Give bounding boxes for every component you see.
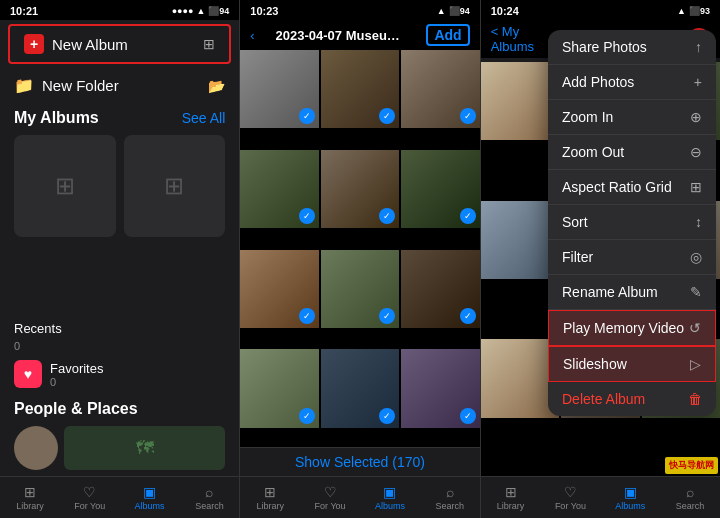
new-album-button[interactable]: + New Album ⊞ xyxy=(8,24,231,64)
albums-icon: ▣ xyxy=(143,484,156,500)
sort-icon: ↕ xyxy=(695,214,702,230)
check-icon: ✓ xyxy=(299,308,315,324)
status-icons-p1: ●●●● ▲ ⬛94 xyxy=(172,6,230,16)
map-icon: 🗺 xyxy=(136,438,154,459)
menu-item-sort[interactable]: Sort ↕ xyxy=(548,205,716,240)
person-avatar[interactable] xyxy=(14,426,58,470)
p2-nav-bar: ‹ 2023-04-07 Museum of Natural H... Add xyxy=(240,20,479,50)
tab-library[interactable]: ⊞ Library xyxy=(0,477,60,518)
tab-for-you-label: For You xyxy=(74,501,105,511)
menu-label: Slideshow xyxy=(563,356,627,372)
library-icon-p2: ⊞ xyxy=(264,484,276,500)
new-folder-label: New Folder xyxy=(42,77,119,94)
people-row: 🗺 xyxy=(0,420,239,476)
menu-label: Zoom In xyxy=(562,109,613,125)
photo-cell[interactable]: ✓ xyxy=(240,349,318,427)
menu-label: Rename Album xyxy=(562,284,658,300)
wifi-icon-p3: ▲ xyxy=(677,6,686,16)
filter-icon: ◎ xyxy=(690,249,702,265)
list-item[interactable]: ⊞ xyxy=(14,135,116,315)
photo-cell[interactable]: ✓ xyxy=(240,250,318,328)
show-selected-button[interactable]: Show Selected (170) xyxy=(295,454,425,470)
panel-photo-selection: 10:23 ▲ ⬛94 ‹ 2023-04-07 Museum of Natur… xyxy=(239,0,479,518)
wifi-icon-p2: ▲ xyxy=(437,6,446,16)
favorites-label: Favorites xyxy=(50,361,103,376)
back-button-p3[interactable]: < My Albums xyxy=(491,24,541,54)
watermark: 快马导航网 xyxy=(665,457,718,474)
menu-item-zoom-out[interactable]: Zoom Out ⊖ xyxy=(548,135,716,170)
album-thumb-icon: ⊞ xyxy=(55,172,75,200)
favorites-count: 0 xyxy=(50,376,103,388)
photo-cell[interactable]: ✓ xyxy=(401,349,479,427)
photo-cell[interactable]: ✓ xyxy=(240,50,318,128)
menu-label: Sort xyxy=(562,214,588,230)
menu-item-add-photos[interactable]: Add Photos + xyxy=(548,65,716,100)
album-thumb-2: ⊞ xyxy=(124,135,226,237)
menu-item-delete-album[interactable]: Delete Album 🗑 xyxy=(548,382,716,416)
tab-albums-label: Albums xyxy=(135,501,165,511)
menu-item-filter[interactable]: Filter ◎ xyxy=(548,240,716,275)
recents-label: Recents xyxy=(14,321,62,336)
new-folder-button[interactable]: 📁 New Folder 📂 xyxy=(0,68,239,103)
tab-search[interactable]: ⌕ Search xyxy=(179,477,239,518)
photo-cell[interactable]: ✓ xyxy=(401,50,479,128)
status-bar-p2: 10:23 ▲ ⬛94 xyxy=(240,0,479,20)
see-all-button[interactable]: See All xyxy=(182,110,226,126)
tab-search-p3[interactable]: ⌕ Search xyxy=(660,477,720,518)
photo-cell[interactable]: ✓ xyxy=(321,50,399,128)
photo-cell[interactable]: ✓ xyxy=(240,150,318,228)
photo-cell[interactable]: ✓ xyxy=(321,150,399,228)
map-thumbnail[interactable]: 🗺 xyxy=(64,426,225,470)
folder-icon: 📂 xyxy=(208,78,225,94)
heart-icon: ♥ xyxy=(14,360,42,388)
menu-item-aspect-ratio-grid[interactable]: Aspect Ratio Grid ⊞ xyxy=(548,170,716,205)
tab-for-you[interactable]: ♡ For You xyxy=(60,477,120,518)
menu-item-rename-album[interactable]: Rename Album ✎ xyxy=(548,275,716,310)
search-icon: ⌕ xyxy=(205,484,213,500)
add-button[interactable]: Add xyxy=(426,24,469,46)
check-icon: ✓ xyxy=(379,208,395,224)
back-button-p2[interactable]: ‹ xyxy=(250,28,254,43)
library-icon-p3: ⊞ xyxy=(505,484,517,500)
photo-cell[interactable]: ✓ xyxy=(401,150,479,228)
check-icon: ✓ xyxy=(460,208,476,224)
tab-for-you-p2[interactable]: ♡ For You xyxy=(300,477,360,518)
menu-item-zoom-in[interactable]: Zoom In ⊕ xyxy=(548,100,716,135)
album-thumb-recents: ⊞ xyxy=(14,135,116,237)
photo-cell[interactable]: ✓ xyxy=(321,250,399,328)
tab-albums-p2[interactable]: ▣ Albums xyxy=(360,477,420,518)
menu-item-play-memory-video[interactable]: Play Memory Video ↺ xyxy=(548,310,716,346)
album-icon: ⊞ xyxy=(203,36,215,52)
favorites-item[interactable]: ♥ Favorites 0 xyxy=(0,354,239,394)
library-icon: ⊞ xyxy=(24,484,36,500)
album-nav-title: 2023-04-07 Museum of Natural H... xyxy=(276,28,406,43)
photo-cell[interactable]: ✓ xyxy=(401,250,479,328)
check-icon: ✓ xyxy=(299,408,315,424)
tab-label: Search xyxy=(435,501,464,511)
photo-cell[interactable]: ✓ xyxy=(321,349,399,427)
menu-label: Share Photos xyxy=(562,39,647,55)
panel-album-detail: 10:24 ▲ ⬛93 < My Albums Museum o... Sele… xyxy=(480,0,720,518)
check-icon: ✓ xyxy=(379,308,395,324)
menu-item-slideshow[interactable]: Slideshow ▷ xyxy=(548,346,716,382)
albums-icon-p3: ▣ xyxy=(624,484,637,500)
menu-item-share-photos[interactable]: Share Photos ↑ xyxy=(548,30,716,65)
battery-p2: ⬛94 xyxy=(449,6,470,16)
tab-albums-p3[interactable]: ▣ Albums xyxy=(600,477,660,518)
zoom-out-icon: ⊖ xyxy=(690,144,702,160)
battery-indicator: ⬛94 xyxy=(208,6,229,16)
tab-search-p2[interactable]: ⌕ Search xyxy=(420,477,480,518)
check-icon: ✓ xyxy=(299,108,315,124)
tab-albums[interactable]: ▣ Albums xyxy=(120,477,180,518)
album-thumb-icon-2: ⊞ xyxy=(164,172,184,200)
tab-for-you-p3[interactable]: ♡ For You xyxy=(540,477,600,518)
check-icon: ✓ xyxy=(379,108,395,124)
tab-library-label: Library xyxy=(16,501,44,511)
tab-library-p3[interactable]: ⊞ Library xyxy=(481,477,541,518)
battery-p3: ⬛93 xyxy=(689,6,710,16)
my-albums-section-header: My Albums See All xyxy=(0,103,239,131)
tab-library-p2[interactable]: ⊞ Library xyxy=(240,477,300,518)
rename-icon: ✎ xyxy=(690,284,702,300)
list-item[interactable]: ⊞ xyxy=(124,135,226,315)
tab-label: Albums xyxy=(615,501,645,511)
